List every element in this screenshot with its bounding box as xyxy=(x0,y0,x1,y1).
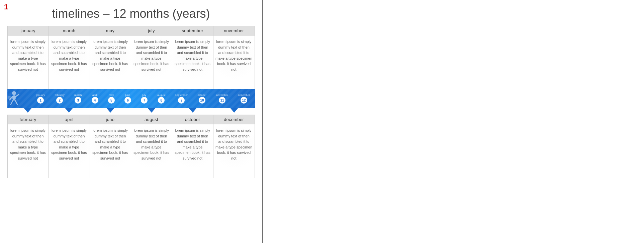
month-text-march: lorem ipsum is simply dummy text of then… xyxy=(51,39,88,72)
month-body-december: lorem ipsum is simply dummy text of then… xyxy=(213,124,255,178)
timeline-item-7: july 7 xyxy=(141,94,148,104)
month-col-march: march lorem ipsum is simply dummy text o… xyxy=(49,26,90,89)
month-header-august: august xyxy=(131,115,172,124)
month-body-february: lorem ipsum is simply dummy text of then… xyxy=(8,124,49,178)
months-bottom: february lorem ipsum is simply dummy tex… xyxy=(7,115,255,178)
month-col-january: january lorem ipsum is simply dummy text… xyxy=(8,26,49,89)
connector-4 xyxy=(131,108,172,115)
month-header-january: january xyxy=(8,26,49,36)
month-body-june: lorem ipsum is simply dummy text of then… xyxy=(90,124,131,178)
arrow-3 xyxy=(106,108,114,113)
slide-title: timelines – 12 months (years) xyxy=(7,5,255,21)
timeline-months: january 1 february 2 march 3 april 4 xyxy=(31,94,255,104)
left-panel: 1 timelines – 12 months (years) january … xyxy=(0,0,263,243)
month-col-july: july lorem ipsum is simply dummy text of… xyxy=(131,26,172,89)
arrow-1 xyxy=(24,108,32,113)
month-text-july: lorem ipsum is simply dummy text of then… xyxy=(133,39,170,72)
month-col-november: november lorem ipsum is simply dummy tex… xyxy=(213,26,255,89)
month-text-october: lorem ipsum is simply dummy text of then… xyxy=(174,128,211,161)
svg-line-4 xyxy=(11,100,13,105)
timeline-item-10: october 10 xyxy=(198,94,207,104)
timeline-item-2: february 2 xyxy=(55,94,65,104)
month-header-november: november xyxy=(213,26,255,36)
month-col-may: may lorem ipsum is simply dummy text of … xyxy=(90,26,131,89)
timeline-item-4: april 4 xyxy=(92,94,98,104)
month-header-june: june xyxy=(90,115,131,124)
month-col-june: june lorem ipsum is simply dummy text of… xyxy=(90,115,131,178)
month-text-april: lorem ipsum is simply dummy text of then… xyxy=(51,128,88,161)
month-col-october: october lorem ipsum is simply dummy text… xyxy=(172,115,213,178)
arrow-4 xyxy=(148,108,156,113)
month-text-november: lorem ipsum is simply dummy text of then… xyxy=(215,39,253,72)
month-col-april: april lorem ipsum is simply dummy text o… xyxy=(49,115,90,178)
month-body-may: lorem ipsum is simply dummy text of then… xyxy=(90,36,131,89)
connector-row xyxy=(7,108,255,115)
month-body-october: lorem ipsum is simply dummy text of then… xyxy=(172,124,213,178)
month-header-december: december xyxy=(213,115,255,124)
month-body-january: lorem ipsum is simply dummy text of then… xyxy=(8,36,49,89)
timeline-item-5: may 5 xyxy=(108,94,115,104)
timeline-item-12: december 12 xyxy=(238,94,250,104)
month-header-september: september xyxy=(172,26,213,36)
svg-line-3 xyxy=(16,95,19,97)
timeline-item-9: september 9 xyxy=(175,94,188,104)
svg-point-0 xyxy=(12,91,16,95)
month-text-may: lorem ipsum is simply dummy text of then… xyxy=(92,39,129,72)
connector-2 xyxy=(49,108,90,115)
month-body-april: lorem ipsum is simply dummy text of then… xyxy=(49,124,90,178)
timeline-item-11: november 11 xyxy=(216,94,228,104)
month-body-november: lorem ipsum is simply dummy text of then… xyxy=(213,36,255,89)
month-body-september: lorem ipsum is simply dummy text of then… xyxy=(172,36,213,89)
month-header-july: july xyxy=(131,26,172,36)
svg-rect-6 xyxy=(8,96,11,99)
month-body-july: lorem ipsum is simply dummy text of then… xyxy=(131,36,172,89)
month-header-march: march xyxy=(49,26,90,36)
timeline-item-8: august 8 xyxy=(157,94,165,104)
month-text-june: lorem ipsum is simply dummy text of then… xyxy=(92,128,129,161)
month-text-january: lorem ipsum is simply dummy text of then… xyxy=(10,39,47,72)
timeline-bar: january 1 february 2 march 3 april 4 xyxy=(7,89,255,108)
timeline-item-1: january 1 xyxy=(36,94,45,104)
month-col-february: february lorem ipsum is simply dummy tex… xyxy=(8,115,49,178)
month-col-december: december lorem ipsum is simply dummy tex… xyxy=(213,115,255,178)
connector-5 xyxy=(172,108,213,115)
month-text-september: lorem ipsum is simply dummy text of then… xyxy=(174,39,211,72)
month-header-february: february xyxy=(8,115,49,124)
timeline-wrapper: january lorem ipsum is simply dummy text… xyxy=(7,26,255,178)
month-body-august: lorem ipsum is simply dummy text of then… xyxy=(131,124,172,178)
connector-1 xyxy=(7,108,49,115)
connector-6 xyxy=(213,108,255,115)
month-body-march: lorem ipsum is simply dummy text of then… xyxy=(49,36,90,89)
timeline-item-6: june 6 xyxy=(124,94,131,104)
arrow-6 xyxy=(230,108,238,113)
arrow-5 xyxy=(189,108,197,113)
timeline-item-3: march 3 xyxy=(74,94,82,104)
month-text-august: lorem ipsum is simply dummy text of then… xyxy=(133,128,170,161)
month-header-october: october xyxy=(172,115,213,124)
page-container: 1 timelines – 12 months (years) january … xyxy=(0,0,644,243)
month-header-may: may xyxy=(90,26,131,36)
month-text-february: lorem ipsum is simply dummy text of then… xyxy=(10,128,47,161)
month-col-september: september lorem ipsum is simply dummy te… xyxy=(172,26,213,89)
svg-line-5 xyxy=(15,100,17,105)
arrow-2 xyxy=(65,108,73,113)
runner-figure xyxy=(8,90,31,107)
months-top: january lorem ipsum is simply dummy text… xyxy=(7,26,255,89)
month-col-august: august lorem ipsum is simply dummy text … xyxy=(131,115,172,178)
connector-3 xyxy=(90,108,131,115)
month-header-april: april xyxy=(49,115,90,124)
right-panel xyxy=(263,0,644,243)
month-text-december: lorem ipsum is simply dummy text of then… xyxy=(215,128,253,161)
slide-number: 1 xyxy=(4,3,8,11)
